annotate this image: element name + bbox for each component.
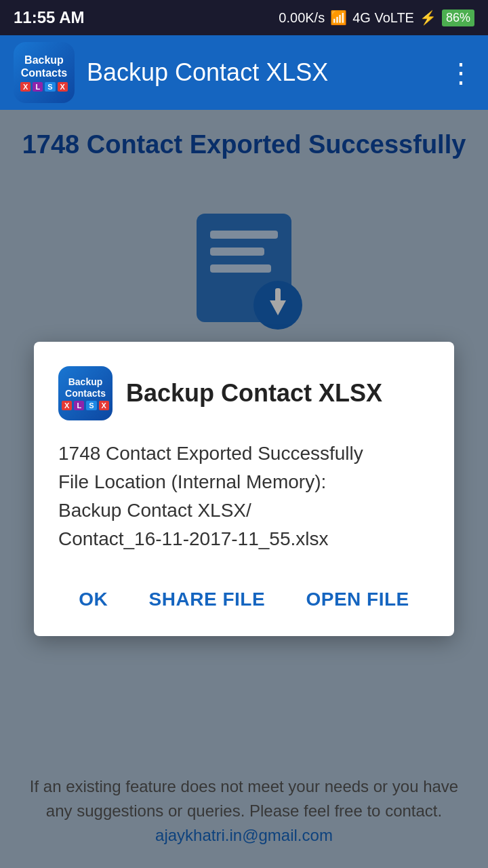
dialog-message-line1: 1748 Contact Exported Successfully <box>58 443 363 464</box>
time-display: 11:55 AM <box>14 8 84 27</box>
dialog-buttons: OK SHARE FILE OPEN FILE <box>58 575 430 617</box>
app-icon-text: BackupContacts <box>21 54 67 79</box>
dialog-badge-l: L <box>74 401 84 410</box>
app-icon: BackupContacts X L S X <box>14 42 75 103</box>
open-file-button[interactable]: OPEN FILE <box>295 582 420 617</box>
app-bar: BackupContacts X L S X Backup Contact XL… <box>0 35 488 110</box>
dialog-badge-s: S <box>86 401 96 410</box>
ok-button[interactable]: OK <box>68 582 119 617</box>
app-icon-badges: X L S X <box>20 82 68 92</box>
status-right: 0.00K/s 📶 4G VoLTE ⚡ 86% <box>279 9 474 26</box>
dialog: BackupContacts X L S X Backup Contact XL… <box>34 342 454 636</box>
network-type: 4G VoLTE <box>352 10 414 26</box>
status-bar: 11:55 AM 0.00K/s 📶 4G VoLTE ⚡ 86% <box>0 0 488 35</box>
main-content: 1748 Contact Exported Successfully Expor… <box>0 110 488 868</box>
dialog-overlay: BackupContacts X L S X Backup Contact XL… <box>0 110 488 868</box>
signal-icon: 📶 <box>330 9 347 26</box>
bolt-icon: ⚡ <box>420 9 436 26</box>
battery-indicator: 86% <box>442 9 474 26</box>
badge-x: X <box>20 82 30 92</box>
overflow-menu-icon[interactable]: ⋮ <box>447 57 474 88</box>
dialog-badge-x2: X <box>99 401 109 410</box>
badge-x2: X <box>58 82 68 92</box>
dialog-badge-x: X <box>62 401 72 410</box>
dialog-app-icon-text: BackupContacts <box>65 376 106 399</box>
badge-s: S <box>45 82 55 92</box>
dialog-message-line2: File Location (Internal Memory): <box>58 471 326 492</box>
dialog-app-icon: BackupContacts X L S X <box>58 366 113 420</box>
dialog-app-icon-badges: X L S X <box>62 401 109 410</box>
app-bar-title: Backup Contact XLSX <box>87 58 435 87</box>
dialog-body: 1748 Contact Exported Successfully File … <box>58 439 430 553</box>
badge-l: L <box>33 82 43 92</box>
dialog-message-line4: Contact_16-11-2017-11_55.xlsx <box>58 528 328 549</box>
share-file-button[interactable]: SHARE FILE <box>138 582 276 617</box>
dialog-message-line3: Backup Contact XLSX/ <box>58 500 251 521</box>
dialog-title: Backup Contact XLSX <box>126 379 382 408</box>
network-speed: 0.00K/s <box>279 10 325 26</box>
dialog-header: BackupContacts X L S X Backup Contact XL… <box>58 366 430 420</box>
